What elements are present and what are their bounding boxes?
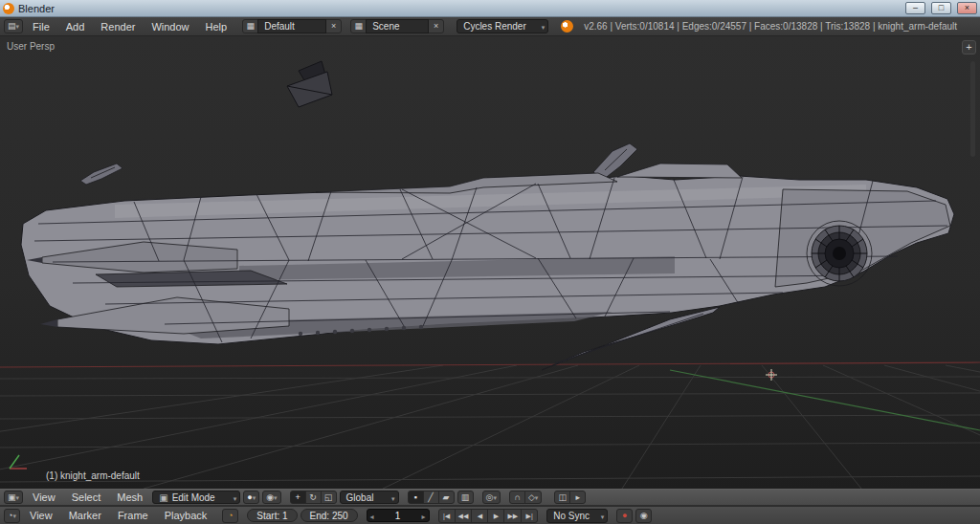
chevron-down-icon: ▾ [16,23,20,30]
3dview-editor-icon: ▣ [8,492,16,502]
preview-range-toggle[interactable]: ◔ [222,509,238,523]
viewport-scrollbar[interactable] [970,61,975,157]
info-editor-icon: ▤ [8,21,16,31]
chevron-down-icon: ▾ [391,492,395,505]
menu-help[interactable]: Help [199,19,234,34]
x-axis-line [0,362,980,367]
opengl-render-anim-button[interactable]: ▸ [569,491,586,504]
view-name-label: User Persp [7,41,55,52]
limit-selection-visible-toggle[interactable]: ▥ [457,491,474,504]
scene-statistics: v2.66 | Verts:0/10814 | Edges:0/24557 | … [584,21,957,32]
vertex-select-toggle[interactable]: ▪ [408,491,424,504]
menu-view[interactable]: View [26,490,62,505]
blender-logo-icon [561,20,573,33]
frame-start-field[interactable]: Start: 1 [247,509,297,522]
viewport-shading-selector[interactable]: ●▾ [243,491,259,504]
menu-add[interactable]: Add [59,19,92,34]
close-button[interactable]: × [957,2,977,14]
region-expand-button[interactable]: + [962,40,976,55]
jump-to-start-button[interactable]: |◀ [438,509,456,523]
active-object-label: (1) knight_arm-default [46,470,140,481]
av-sync-selector[interactable]: No Sync▾ [546,509,608,523]
timeline-header: ◔▾ View Marker Frame Playback ◔ Start: 1… [0,506,980,524]
editor-type-selector[interactable]: ◔▾ [4,509,20,523]
menu-view[interactable]: View [23,508,59,523]
menu-mesh[interactable]: Mesh [110,490,149,505]
menu-playback[interactable]: Playback [158,508,214,523]
chevron-down-icon: ▾ [535,494,539,501]
mode-selector[interactable]: ▣Edit Mode▾ [152,491,240,504]
scene-selector[interactable]: Scene [366,19,429,33]
editor-type-selector[interactable]: ▣▾ [4,491,23,504]
menu-file[interactable]: File [26,19,56,34]
3d-viewport[interactable]: User Persp (1) knight_arm-default + [0,36,980,489]
scene-clear-button[interactable]: × [428,19,444,33]
editor-type-selector[interactable]: ▤▾ [4,19,23,33]
titlebar: Blender – □ × [0,0,980,17]
chevron-down-icon: ▾ [274,494,278,501]
proportional-edit-selector[interactable]: ◎▾ [482,491,501,504]
current-frame-field[interactable]: ◂1▸ [367,509,430,522]
chevron-down-icon: ▾ [542,21,546,34]
menu-select[interactable]: Select [65,490,108,505]
chevron-down-icon: ▾ [16,494,20,501]
minimize-button[interactable]: – [905,2,925,14]
menu-marker[interactable]: Marker [62,508,108,523]
scene-browse-button[interactable]: ▦ [350,19,367,33]
window-title: Blender [18,3,55,14]
screen-layout-clear-button[interactable]: × [325,19,342,33]
menu-frame[interactable]: Frame [111,508,155,523]
blender-logo-icon [3,3,14,14]
3d-cursor [766,369,777,381]
previous-keyframe-button[interactable]: ◀◀ [455,509,473,523]
pivot-icon: ◉ [266,492,274,502]
y-axis-line [670,370,980,430]
render-engine-selector[interactable]: Cycles Render▾ [457,19,548,33]
floor-grid [0,365,980,489]
chevron-down-icon: ▾ [601,511,605,524]
keying-set-button[interactable]: ◉ [635,509,652,523]
frame-end-field[interactable]: End: 250 [301,509,358,522]
chevron-down-icon: ▾ [234,492,237,505]
screen-layout-browse-button[interactable]: ▦ [242,19,258,33]
pivot-point-selector[interactable]: ◉▾ [262,491,280,504]
viewport-3d-canvas[interactable] [0,36,980,489]
auto-keyframe-record-toggle[interactable]: ● [616,509,633,523]
menu-window[interactable]: Window [145,19,195,34]
manipulator-scale-toggle[interactable]: ◱ [321,491,337,504]
snap-element-selector[interactable]: ◇▾ [524,491,542,504]
turret-object-1 [80,164,122,185]
step-right-icon[interactable]: ▸ [422,511,426,523]
step-left-icon[interactable]: ◂ [370,511,374,523]
blender-window: Blender – □ × ▤▾ File Add Render Window … [0,0,980,524]
info-header: ▤▾ File Add Render Window Help ▦ Default… [0,17,980,36]
next-keyframe-button[interactable]: ▶▶ [503,509,522,523]
manipulator-translate-toggle[interactable]: + [290,491,306,504]
mode-cube-icon: ▣ [159,492,167,503]
camera-object [287,61,332,107]
menu-render[interactable]: Render [94,19,142,34]
chevron-down-icon: ▾ [12,513,16,519]
jump-to-end-button[interactable]: ▶| [521,509,538,523]
transform-orientation-selector[interactable]: Global▾ [340,491,399,504]
spaceship-wireframe [21,164,954,370]
opengl-render-button[interactable]: ◫ [554,491,570,504]
engine-thruster [807,221,872,286]
screen-layout-selector[interactable]: Default [257,19,326,33]
chevron-down-icon: ▾ [493,494,497,501]
face-select-toggle[interactable]: ▰ [438,491,455,504]
play-button[interactable]: ▶ [487,509,504,523]
snap-element-icon: ◇ [528,492,535,502]
viewport-header: ▣▾ View Select Mesh ▣Edit Mode▾ ●▾ ◉▾ + … [0,489,980,506]
manipulator-rotate-toggle[interactable]: ↻ [305,491,322,504]
play-reverse-button[interactable]: ◀ [471,509,488,523]
chevron-down-icon: ▾ [253,494,256,501]
maximize-button[interactable]: □ [931,2,951,14]
snap-toggle[interactable]: ∩ [509,491,525,504]
edge-select-toggle[interactable]: ╱ [423,491,439,504]
